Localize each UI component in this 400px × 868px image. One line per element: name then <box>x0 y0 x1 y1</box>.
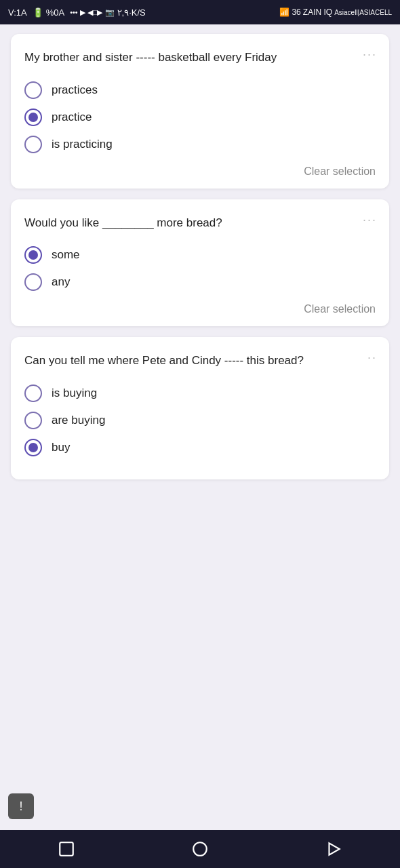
status-left: V:1A 🔋 %0A ••• ▶ ◀□▶ 📷 ٢,٩·K/S <box>8 7 146 18</box>
radio-q1-practices[interactable] <box>24 81 42 99</box>
radio-inner-q3-buy <box>28 443 38 452</box>
clear-selection-1[interactable]: Clear selection <box>24 165 376 178</box>
battery-percent: %0A <box>46 7 64 18</box>
clear-selection-2[interactable]: Clear selection <box>24 303 376 315</box>
option-label-q3-isbuying: is buying <box>52 387 97 400</box>
carrier-name: ZAIN IQ <box>303 7 332 17</box>
carrier-sub: Asiacell|ASIACELL <box>334 9 392 16</box>
question-card-3: ·· Can you tell me where Pete and Cindy … <box>11 337 389 479</box>
question-text-1: My brother and sister ----- basketball e… <box>24 49 376 66</box>
speed: ٢,٩·K/S <box>117 7 146 18</box>
signal-icons: ••• ▶ ◀□▶ 📷 <box>70 8 114 17</box>
time: V:1A <box>8 7 27 18</box>
nav-back-button[interactable] <box>56 838 77 860</box>
main-content: ··· My brother and sister ----- basketba… <box>0 24 400 830</box>
svg-marker-2 <box>329 843 339 854</box>
option-q2-some[interactable]: some <box>24 246 376 264</box>
radio-q3-isbuying[interactable] <box>24 384 42 402</box>
feedback-dots-3: ·· <box>367 351 377 365</box>
network-type: 36 <box>292 7 300 17</box>
battery-icon: 🔋 <box>33 7 43 18</box>
options-list-3: is buying are buying buy <box>24 384 376 456</box>
option-label-q3-arebuying: are buying <box>52 414 105 427</box>
radio-q2-some[interactable] <box>24 246 42 264</box>
radio-inner-q2-some <box>28 250 38 260</box>
option-label-q1-ispracticing: is practicing <box>52 138 113 151</box>
option-q1-practice[interactable]: practice <box>24 108 376 126</box>
square-icon <box>58 840 75 858</box>
svg-point-1 <box>193 842 207 856</box>
nav-recents-button[interactable] <box>323 838 344 860</box>
radio-q1-practice[interactable] <box>24 108 42 126</box>
feedback-dots-1: ··· <box>363 47 377 62</box>
radio-q2-any[interactable] <box>24 273 42 291</box>
radio-q1-ispracticing[interactable] <box>24 136 42 153</box>
circle-icon <box>191 840 209 858</box>
option-q2-any[interactable]: any <box>24 273 376 291</box>
wifi-icon: 📶 <box>279 7 289 17</box>
question-card-1: ··· My brother and sister ----- basketba… <box>11 34 389 189</box>
options-list-2: some any <box>24 246 376 291</box>
options-list-1: practices practice is practicing <box>24 81 376 153</box>
option-q1-ispracticing[interactable]: is practicing <box>24 136 376 153</box>
status-right: 📶 36 ZAIN IQ Asiacell|ASIACELL <box>279 7 392 17</box>
svg-rect-0 <box>60 842 74 856</box>
nav-home-button[interactable] <box>189 838 211 860</box>
option-q3-isbuying[interactable]: is buying <box>24 384 376 402</box>
feedback-dots-2: ··· <box>363 213 377 227</box>
radio-inner-q1-practice <box>28 113 38 122</box>
bottom-nav <box>0 830 400 868</box>
radio-q3-arebuying[interactable] <box>24 412 42 429</box>
option-label-q2-any: any <box>52 275 70 289</box>
question-text-3: Can you tell me where Pete and Cindy ---… <box>24 352 376 370</box>
chat-fab[interactable]: ! <box>8 793 34 819</box>
option-label-q1-practices: practices <box>52 83 98 97</box>
option-label-q3-buy: buy <box>52 441 70 454</box>
chat-fab-icon: ! <box>19 800 22 814</box>
question-text-2: Would you like ________ more bread? <box>24 214 376 232</box>
option-label-q1-practice: practice <box>52 111 92 124</box>
triangle-icon <box>325 840 342 858</box>
option-q1-practices[interactable]: practices <box>24 81 376 99</box>
status-bar: V:1A 🔋 %0A ••• ▶ ◀□▶ 📷 ٢,٩·K/S 📶 36 ZAIN… <box>0 0 400 24</box>
option-q3-buy[interactable]: buy <box>24 439 376 456</box>
option-q3-arebuying[interactable]: are buying <box>24 412 376 429</box>
option-label-q2-some: some <box>52 248 80 262</box>
question-card-2: ··· Would you like ________ more bread? … <box>11 199 389 327</box>
radio-q3-buy[interactable] <box>24 439 42 456</box>
